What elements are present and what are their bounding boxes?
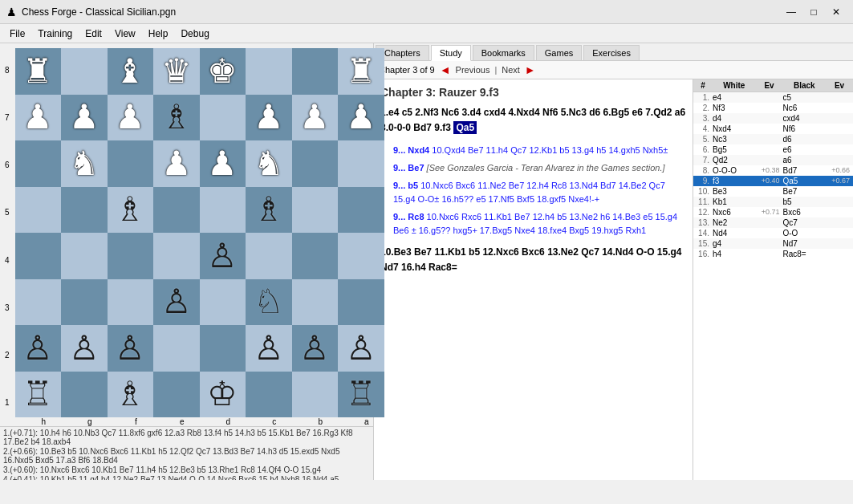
move-white[interactable]: e4 — [711, 93, 758, 102]
menu-edit[interactable]: Edit — [79, 24, 108, 43]
chess-board[interactable]: ♜ ♝ ♛ ♚ ♜ ♟ ♟ ♟ — [15, 48, 384, 417]
square-a6[interactable] — [15, 140, 62, 187]
tab-bookmarks[interactable]: Bookmarks — [473, 45, 534, 60]
move-white[interactable]: Bg5 — [711, 145, 758, 154]
square-e2[interactable] — [200, 325, 246, 372]
square-b8[interactable] — [61, 48, 108, 95]
square-e8[interactable]: ♚ — [200, 48, 246, 95]
move-black[interactable]: e6 — [782, 145, 828, 154]
move-black[interactable]: Nd7 — [782, 239, 828, 248]
menu-training[interactable]: Training — [31, 24, 79, 43]
move-row[interactable]: 7. Qd2 a6 — [693, 155, 853, 165]
move-white[interactable]: Nc3 — [711, 135, 758, 144]
highlighted-move[interactable]: Qa5 — [453, 121, 477, 134]
move-row[interactable]: 14. Nd4 O-O — [693, 228, 853, 238]
move-black[interactable]: Be7 — [782, 187, 828, 196]
move-white[interactable]: d4 — [711, 114, 758, 123]
close-button[interactable]: ✕ — [826, 4, 847, 20]
square-b2[interactable]: ♙ — [61, 325, 108, 372]
move-row[interactable]: 8. O-O-O +0.38 Bd7 +0.66 — [693, 165, 853, 176]
square-b7[interactable]: ♟ — [61, 95, 108, 141]
move-black[interactable]: d6 — [782, 135, 828, 144]
square-h3[interactable] — [338, 279, 384, 326]
move-row[interactable]: 5. Nc3 d6 — [693, 134, 853, 144]
square-c1[interactable]: ♗ — [108, 372, 154, 418]
square-g2[interactable]: ♙ — [292, 325, 339, 372]
square-f7[interactable]: ♟ — [246, 95, 292, 141]
square-b4[interactable] — [61, 233, 108, 279]
square-g3[interactable] — [292, 279, 339, 326]
square-g4[interactable] — [292, 233, 339, 279]
move-white[interactable]: Qd2 — [711, 156, 758, 165]
move-white[interactable]: h4 — [711, 250, 758, 258]
square-d1[interactable] — [153, 372, 200, 418]
square-f4[interactable] — [246, 233, 292, 279]
square-b1[interactable] — [61, 372, 108, 418]
square-e6[interactable]: ♟ — [200, 140, 246, 187]
move-white[interactable]: Nd4 — [711, 229, 758, 238]
minimize-button[interactable]: — — [781, 4, 802, 20]
move-white[interactable]: g4 — [711, 239, 758, 248]
move-row[interactable]: 3. d4 cxd4 — [693, 113, 853, 124]
move-row[interactable]: 9. f3 +0.40 Qa5 +0.67 — [693, 176, 853, 186]
square-c2[interactable]: ♙ — [108, 325, 154, 372]
square-c4[interactable] — [108, 233, 154, 279]
move-black[interactable]: cxd4 — [782, 114, 828, 123]
square-a7[interactable]: ♟ — [15, 95, 62, 141]
square-c5[interactable]: ♗ — [108, 187, 154, 234]
tab-games[interactable]: Games — [536, 45, 582, 60]
square-d7[interactable]: ♗ — [153, 95, 200, 141]
move-white[interactable]: Nf3 — [711, 104, 758, 112]
move-black[interactable]: Qc7 — [782, 218, 828, 227]
square-h4[interactable] — [338, 233, 384, 279]
maximize-button[interactable]: □ — [803, 4, 824, 20]
move-black[interactable]: Qa5 — [782, 177, 828, 185]
square-g6[interactable] — [292, 140, 339, 187]
move-row[interactable]: 15. g4 Nd7 — [693, 238, 853, 249]
move-white[interactable]: Kb1 — [711, 197, 758, 206]
tab-study[interactable]: Study — [431, 45, 471, 61]
square-a1[interactable]: ♖ — [15, 372, 62, 418]
menu-view[interactable]: View — [108, 24, 142, 43]
move-black[interactable]: Bd7 — [782, 166, 828, 175]
square-d2[interactable] — [153, 325, 200, 372]
square-a3[interactable] — [15, 279, 62, 326]
square-c7[interactable]: ♟ — [108, 95, 154, 141]
square-d6[interactable]: ♟ — [153, 140, 200, 187]
square-h2[interactable]: ♙ — [338, 325, 384, 372]
square-g5[interactable] — [292, 187, 339, 234]
square-h5[interactable] — [338, 187, 384, 234]
square-a8[interactable]: ♜ — [15, 48, 62, 95]
move-row[interactable]: 6. Bg5 e6 — [693, 144, 853, 155]
square-e7[interactable] — [200, 95, 246, 141]
square-g8[interactable] — [292, 48, 339, 95]
square-e5[interactable] — [200, 187, 246, 234]
move-row[interactable]: 13. Ne2 Qc7 — [693, 217, 853, 228]
square-f8[interactable] — [246, 48, 292, 95]
move-row[interactable]: 2. Nf3 Nc6 — [693, 103, 853, 113]
square-h1[interactable]: ♖ — [338, 372, 384, 418]
square-c6[interactable] — [108, 140, 154, 187]
square-h8[interactable]: ♜ — [338, 48, 384, 95]
move-black[interactable]: b5 — [782, 197, 828, 206]
move-row[interactable]: 12. Nxc6 +0.71 Bxc6 — [693, 207, 853, 217]
var-label-3[interactable]: 9... b5 — [393, 181, 418, 190]
move-black[interactable]: Bxc6 — [782, 208, 828, 217]
square-f5[interactable]: ♗ — [246, 187, 292, 234]
square-e3[interactable] — [200, 279, 246, 326]
move-white[interactable]: Be3 — [711, 187, 758, 196]
move-row[interactable]: 1. e4 c5 — [693, 92, 853, 103]
move-white[interactable]: f3 — [711, 177, 758, 185]
square-f2[interactable]: ♙ — [246, 325, 292, 372]
move-row[interactable]: 10. Be3 Be7 — [693, 186, 853, 197]
next-chapter-button[interactable]: Next — [502, 65, 520, 75]
square-f6[interactable]: ♞ — [246, 140, 292, 187]
square-a4[interactable] — [15, 233, 62, 279]
square-d4[interactable] — [153, 233, 200, 279]
move-black[interactable]: Nc6 — [782, 104, 828, 112]
next-chapter-arrow[interactable]: ► — [525, 63, 536, 76]
square-b5[interactable] — [61, 187, 108, 234]
move-white[interactable]: Ne2 — [711, 218, 758, 227]
square-a2[interactable]: ♙ — [15, 325, 62, 372]
move-black[interactable]: O-O — [782, 229, 828, 238]
